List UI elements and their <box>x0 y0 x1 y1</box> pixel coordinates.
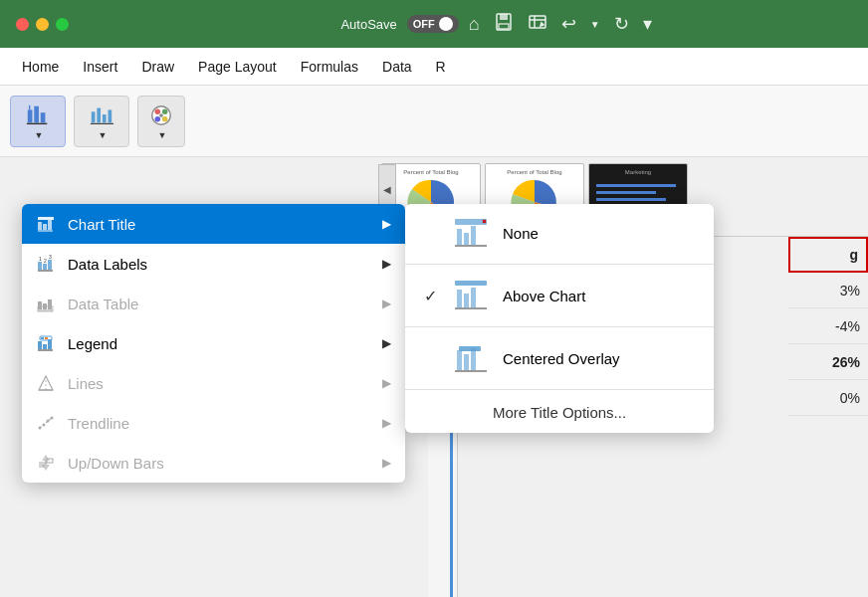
sub-menu-item-more-options[interactable]: More Title Options... <box>405 392 714 433</box>
centered-overlay-icon <box>453 340 489 376</box>
svg-rect-78 <box>471 288 476 307</box>
sub-divider-1 <box>405 264 714 265</box>
svg-marker-56 <box>39 376 53 390</box>
cell-value-2[interactable]: 3% <box>788 273 868 308</box>
more-icon[interactable]: ▾ <box>643 13 652 35</box>
autosave-toggle[interactable]: OFF <box>407 15 459 33</box>
svg-rect-35 <box>48 220 52 230</box>
menu-item-data-labels[interactable]: 1 2 3 Data Labels ▶ <box>22 244 405 284</box>
svg-rect-27 <box>596 184 676 187</box>
cell-value-4[interactable]: 26% <box>788 344 868 380</box>
titlebar-icons: ⌂ ↩ ▼ ↻ <box>469 12 652 37</box>
svg-rect-32 <box>38 217 54 220</box>
menu-item-trendline: Trendline ▶ <box>22 403 405 443</box>
svg-text:Percent of Total Blog: Percent of Total Blog <box>403 169 458 175</box>
undo-caret-icon[interactable]: ▼ <box>590 19 600 30</box>
menu-bar: Home Insert Draw Page Layout Formulas Da… <box>0 48 868 86</box>
close-button[interactable] <box>16 18 29 31</box>
save-icon[interactable] <box>494 12 514 37</box>
menu-label-legend: Legend <box>68 335 370 352</box>
title-bar-center: AutoSave OFF ⌂ <box>140 12 852 37</box>
maximize-button[interactable] <box>56 18 69 31</box>
menu-page-layout[interactable]: Page Layout <box>186 53 289 81</box>
autosave-label: AutoSave <box>340 17 396 32</box>
chart-column-button[interactable]: ▼ <box>10 96 66 147</box>
menu-arrow-chart-title: ▶ <box>382 217 391 231</box>
svg-rect-13 <box>103 114 107 122</box>
cell-value-5[interactable]: 0% <box>788 380 868 416</box>
svg-rect-1 <box>500 14 508 20</box>
updown-bars-icon <box>36 453 56 473</box>
data-table-icon <box>36 294 56 313</box>
data-labels-icon: 1 2 3 <box>36 254 56 274</box>
svg-rect-38 <box>43 264 47 270</box>
undo-icon[interactable]: ↩ <box>561 13 576 35</box>
svg-rect-66 <box>39 462 45 468</box>
toggle-state-label: OFF <box>413 18 435 30</box>
centered-overlay-label: Centered Overlay <box>503 350 698 367</box>
cell-value-1[interactable]: g <box>788 237 868 273</box>
above-chart-check: ✓ <box>421 287 439 305</box>
menu-item-chart-title[interactable]: Chart Title ▶ <box>22 204 405 244</box>
svg-rect-82 <box>471 348 476 370</box>
svg-rect-2 <box>499 24 509 29</box>
cell-value-3[interactable]: -4% <box>788 308 868 344</box>
svg-rect-11 <box>92 111 96 122</box>
svg-rect-81 <box>464 354 469 370</box>
redo-icon[interactable]: ↻ <box>614 13 629 35</box>
sub-menu-item-centered-overlay[interactable]: Centered Overlay <box>405 329 714 387</box>
menu-more[interactable]: R <box>424 53 458 81</box>
svg-rect-37 <box>38 262 42 270</box>
cell-data: g 3% -4% 26% 0% <box>788 237 868 597</box>
svg-rect-71 <box>457 229 462 245</box>
above-chart-label: Above Chart <box>503 288 698 304</box>
menu-label-updown-bars: Up/Down Bars <box>68 455 370 472</box>
menu-item-updown-bars: Up/Down Bars ▶ <box>22 443 405 483</box>
svg-point-21 <box>159 113 163 117</box>
svg-point-18 <box>162 108 168 114</box>
menu-draw[interactable]: Draw <box>129 53 186 81</box>
ribbon: ▼ ▼ ▼ <box>0 86 868 157</box>
menu-arrow-trendline: ▶ <box>382 416 391 430</box>
menu-label-chart-title: Chart Title <box>68 216 370 233</box>
svg-rect-49 <box>38 341 42 349</box>
menu-data[interactable]: Data <box>370 53 424 81</box>
svg-rect-75 <box>455 281 487 286</box>
svg-rect-80 <box>457 350 462 370</box>
svg-text:Percent of Total Blog: Percent of Total Blog <box>507 169 561 175</box>
trendline-icon <box>36 413 56 433</box>
svg-rect-46 <box>48 299 52 309</box>
menu-label-data-labels: Data Labels <box>68 256 370 273</box>
chart-type-button[interactable]: ▼ <box>74 96 129 147</box>
svg-point-62 <box>51 417 54 420</box>
palette-button[interactable]: ▼ <box>137 96 185 147</box>
home-icon[interactable]: ⌂ <box>469 14 480 35</box>
menu-item-legend[interactable]: Legend ▶ <box>22 323 405 363</box>
svg-point-20 <box>162 115 168 121</box>
edit-icon[interactable] <box>528 12 547 37</box>
svg-text:3: 3 <box>49 254 52 260</box>
svg-rect-6 <box>28 109 33 122</box>
svg-point-17 <box>155 108 161 114</box>
lines-icon <box>36 373 56 393</box>
menu-formulas[interactable]: Formulas <box>289 53 370 81</box>
menu-label-lines: Lines <box>68 375 370 392</box>
menu-label-trendline: Trendline <box>68 415 370 432</box>
svg-rect-28 <box>596 191 656 194</box>
menu-arrow-data-table: ▶ <box>382 297 391 310</box>
none-icon <box>453 215 489 251</box>
chart-title-icon <box>36 214 56 234</box>
svg-rect-68 <box>455 219 487 225</box>
svg-rect-84 <box>459 346 481 351</box>
menu-insert[interactable]: Insert <box>71 53 129 81</box>
svg-rect-33 <box>38 222 42 230</box>
svg-rect-76 <box>457 290 462 307</box>
sub-menu-item-none[interactable]: None <box>405 204 714 262</box>
minimize-button[interactable] <box>36 18 49 31</box>
menu-item-data-table: Data Table ▶ <box>22 284 405 323</box>
sub-menu-item-above-chart[interactable]: ✓ Above Chart <box>405 267 714 324</box>
sub-divider-3 <box>405 389 714 390</box>
menu-arrow-data-labels: ▶ <box>382 257 391 271</box>
menu-home[interactable]: Home <box>10 53 71 81</box>
above-chart-icon <box>453 278 489 313</box>
